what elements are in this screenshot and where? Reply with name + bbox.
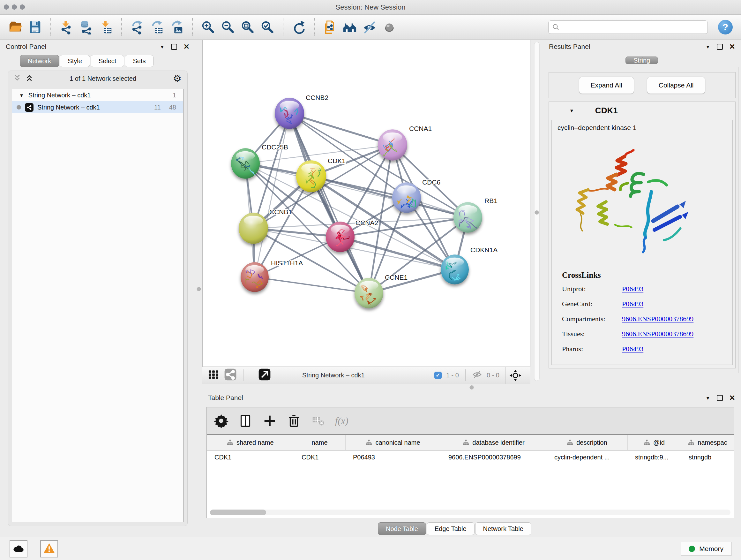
delete-table-button — [311, 414, 326, 428]
table-panel-float-icon[interactable] — [717, 395, 723, 401]
column-header-name[interactable]: name — [294, 435, 345, 450]
show-columns-button[interactable] — [238, 414, 253, 428]
network-node-RB1[interactable]: RB1 — [454, 197, 497, 233]
import-string-doc-button[interactable] — [322, 18, 338, 36]
expand-all-button[interactable]: Expand All — [579, 77, 634, 94]
network-canvas[interactable]: CCNB2CCNA1CDC25BCDK1CDC6RB1CCNB1CCNA2CDK… — [202, 40, 530, 367]
network-edge — [255, 277, 369, 293]
column-settings-button[interactable] — [214, 414, 228, 428]
open-in-window-icon[interactable] — [258, 368, 271, 382]
search-box[interactable] — [548, 20, 708, 34]
collapse-all-button[interactable]: Collapse All — [647, 77, 705, 94]
network-node-CCNA1[interactable]: CCNA1 — [378, 125, 432, 161]
help-button[interactable]: ? — [718, 20, 733, 35]
control-panel-close-icon[interactable]: ✕ — [184, 43, 190, 51]
crosslink-link[interactable]: P06493 — [622, 300, 732, 308]
column-header-shared-name[interactable]: shared name — [207, 435, 294, 450]
import-database-button[interactable] — [78, 18, 94, 36]
zoom-in-button[interactable] — [200, 18, 216, 36]
tab-select[interactable]: Select — [91, 55, 125, 67]
zoom-selected-button[interactable] — [259, 18, 276, 36]
search-input[interactable] — [562, 23, 704, 31]
network-collection-row[interactable]: ▼ String Network – cdk1 1 — [12, 89, 183, 101]
results-panel-float-icon[interactable] — [717, 44, 723, 50]
network-options-gear-icon[interactable]: ⚙ — [173, 74, 182, 83]
tab-network-table[interactable]: Network Table — [475, 522, 531, 535]
grid-view-icon[interactable] — [207, 368, 219, 382]
export-table-button[interactable] — [149, 18, 165, 36]
table-panel: Table Panel ▼ ✕ f(x) shared namenamecano… — [202, 391, 741, 537]
add-column-button[interactable] — [262, 414, 277, 428]
network-node-CDK1[interactable]: CDK1 — [296, 157, 346, 192]
splitter-handle[interactable] — [535, 210, 539, 214]
collapse-all-networks-icon[interactable] — [14, 74, 21, 83]
string-view-icon[interactable] — [224, 368, 237, 382]
home-button[interactable] — [341, 18, 358, 36]
control-panel-collapse-icon[interactable]: ▼ — [160, 44, 165, 49]
tab-network[interactable]: Network — [20, 55, 59, 67]
splitter-handle[interactable] — [470, 385, 474, 389]
right-splitter[interactable] — [530, 40, 543, 384]
memory-button[interactable]: Memory — [681, 542, 731, 556]
splitter-handle[interactable] — [197, 287, 201, 291]
tab-style[interactable]: Style — [60, 55, 90, 67]
results-panel-close-icon[interactable]: ✕ — [729, 43, 735, 51]
zoom-selected-icon — [260, 20, 275, 35]
refresh-button[interactable] — [290, 18, 307, 36]
collection-label: String Network – cdk1 — [28, 91, 168, 99]
minimize-window-button[interactable] — [12, 4, 17, 10]
close-window-button[interactable] — [4, 4, 9, 10]
export-image-button[interactable] — [169, 18, 185, 36]
column-header-canonical-name[interactable]: canonical name — [345, 435, 441, 450]
table-row[interactable]: CDK1CDK1P064939606.ENSP00000378699cyclin… — [207, 450, 734, 464]
import-table-button[interactable] — [98, 18, 114, 36]
column-header-description[interactable]: description — [547, 435, 627, 450]
save-session-button[interactable] — [27, 18, 44, 36]
network-edge — [255, 113, 289, 277]
table-panel-close-icon[interactable]: ✕ — [729, 394, 735, 401]
birds-eye-view-icon[interactable] — [505, 367, 525, 384]
tab-edge-table[interactable]: Edge Table — [427, 522, 475, 535]
scrollbar-thumb[interactable] — [210, 509, 266, 515]
column-type-icon — [227, 439, 233, 446]
node-label: CCNA1 — [409, 125, 432, 132]
open-session-button[interactable] — [7, 18, 23, 36]
gene-collapse-icon[interactable]: ▼ — [569, 108, 574, 113]
column-header-database-identifier[interactable]: database identifier — [441, 435, 547, 450]
results-panel-collapse-icon[interactable]: ▼ — [705, 44, 711, 49]
column-header-namespac[interactable]: namespac — [681, 435, 734, 450]
tab-node-table[interactable]: Node Table — [378, 522, 426, 535]
zoom-fit-button[interactable] — [239, 18, 256, 36]
zoom-out-button[interactable] — [219, 18, 236, 36]
crosslink-link[interactable]: P06493 — [622, 285, 732, 293]
crosslink-link[interactable]: 9606.ENSP00000378699 — [622, 330, 732, 338]
network-node-count: 11 — [154, 104, 161, 111]
warning-status-button[interactable] — [40, 540, 58, 557]
export-network-button[interactable] — [129, 18, 145, 36]
node-table[interactable]: shared namenamecanonical namedatabase id… — [207, 435, 734, 464]
zoom-window-button[interactable] — [20, 4, 25, 10]
crosslink-link[interactable]: P06493 — [622, 345, 732, 353]
show-panel-button[interactable] — [381, 18, 398, 36]
tab-string[interactable]: String — [625, 57, 658, 64]
collection-expand-icon[interactable]: ▼ — [19, 93, 24, 98]
control-panel-float-icon[interactable] — [171, 44, 177, 50]
expand-all-networks-icon[interactable] — [26, 74, 33, 83]
column-header-@id[interactable]: @id — [627, 435, 681, 450]
hide-panel-button[interactable] — [361, 18, 378, 36]
export-image-icon — [170, 20, 184, 35]
left-splitter[interactable] — [195, 40, 202, 537]
network-node-CDKN1A[interactable]: CDKN1A — [441, 246, 497, 285]
network-node-CCNA2[interactable]: CCNA2 — [326, 219, 378, 252]
cloud-status-button[interactable] — [10, 540, 27, 557]
network-row-selected[interactable]: String Network – cdk1 11 48 — [12, 101, 183, 113]
horizontal-splitter[interactable] — [202, 384, 741, 391]
network-node-HIST1H1A[interactable]: HIST1H1A — [241, 259, 303, 292]
table-horizontal-scrollbar[interactable] — [210, 509, 731, 515]
crosslink-link[interactable]: 9606.ENSP00000378699 — [622, 315, 732, 323]
tab-sets[interactable]: Sets — [125, 55, 153, 67]
table-panel-collapse-icon[interactable]: ▼ — [705, 395, 711, 400]
selected-checkbox-icon[interactable]: ✓ — [434, 372, 442, 379]
import-network-button[interactable] — [58, 18, 75, 36]
delete-column-button[interactable] — [286, 414, 301, 428]
